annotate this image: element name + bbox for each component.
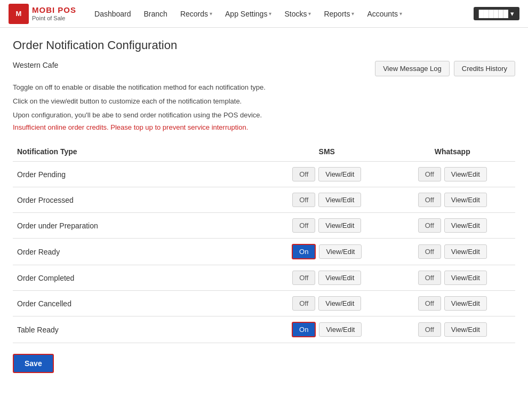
desc3: Upon configuration, you'll be abe to sen… [13, 109, 515, 121]
whatsapp-toggle-button[interactable]: Off [418, 271, 441, 285]
whatsapp-cell: OffView/Edit [390, 239, 516, 265]
whatsapp-cell: OffView/Edit [390, 213, 516, 239]
whatsapp-view-edit-button[interactable]: View/Edit [444, 218, 487, 233]
table-row: Order ProcessedOffView/EditOffView/Edit [13, 187, 515, 213]
brand-logo: M [9, 4, 29, 24]
top-bar: Western Cafe View Message Log Credits Hi… [13, 61, 515, 76]
whatsapp-toggle-button[interactable]: Off [418, 244, 441, 259]
sms-toggle-button[interactable]: Off [292, 167, 315, 181]
nav-reports[interactable]: Reports ▾ [318, 6, 359, 21]
nav-dashboard[interactable]: Dashboard [89, 6, 137, 21]
brand-text: MOBI POS Point of Sale [32, 5, 76, 22]
sms-toggle-group: OffView/Edit [268, 218, 386, 233]
table-row: Order CompletedOffView/EditOffView/Edit [13, 265, 515, 291]
sms-cell: OffView/Edit [264, 213, 390, 239]
whatsapp-view-edit-button[interactable]: View/Edit [444, 193, 487, 207]
brand-tagline: Point of Sale [32, 15, 76, 22]
sms-view-edit-button[interactable]: View/Edit [318, 167, 361, 181]
whatsapp-view-edit-button[interactable]: View/Edit [444, 296, 487, 311]
notification-type-cell: Order Ready [13, 239, 264, 265]
whatsapp-toggle-group: OffView/Edit [394, 167, 511, 181]
whatsapp-toggle-group: OffView/Edit [394, 322, 511, 337]
accounts-arrow: ▾ [399, 11, 402, 17]
whatsapp-toggle-button[interactable]: Off [418, 322, 441, 337]
notification-type-cell: Order Pending [13, 162, 264, 187]
sms-toggle-button[interactable]: Off [292, 218, 315, 233]
sms-cell: OffView/Edit [264, 265, 390, 291]
whatsapp-cell: OffView/Edit [390, 316, 516, 343]
notification-type-cell: Order Processed [13, 187, 264, 213]
whatsapp-cell: OffView/Edit [390, 162, 516, 187]
table-row: Table ReadyOnView/EditOffView/Edit [13, 316, 515, 343]
sms-toggle-button[interactable]: On [292, 244, 316, 259]
app-settings-arrow: ▾ [269, 11, 271, 17]
sms-toggle-group: OffView/Edit [268, 296, 386, 311]
sms-view-edit-button[interactable]: View/Edit [318, 271, 361, 285]
whatsapp-toggle-group: OffView/Edit [394, 244, 511, 259]
notification-type-cell: Order Completed [13, 265, 264, 291]
whatsapp-cell: OffView/Edit [390, 291, 516, 316]
sms-cell: OffView/Edit [264, 162, 390, 187]
reports-arrow: ▾ [351, 11, 354, 17]
sms-toggle-button[interactable]: Off [292, 193, 315, 207]
desc2: Click on the view/edit button to customi… [13, 96, 515, 107]
notification-type-cell: Order Cancelled [13, 291, 264, 316]
table-row: Order ReadyOnView/EditOffView/Edit [13, 239, 515, 265]
table-row: Order under PreparationOffView/EditOffVi… [13, 213, 515, 239]
main-content: Order Notification Configuration Western… [0, 28, 528, 384]
whatsapp-toggle-button[interactable]: Off [418, 296, 441, 311]
notification-table: Notification Type SMS Whatsapp Order Pen… [13, 142, 515, 343]
sms-cell: OnView/Edit [264, 316, 390, 343]
credits-history-button[interactable]: Credits History [454, 61, 515, 76]
whatsapp-cell: OffView/Edit [390, 187, 516, 213]
records-arrow: ▾ [210, 11, 212, 17]
sms-view-edit-button[interactable]: View/Edit [318, 193, 361, 207]
sms-toggle-group: OnView/Edit [268, 244, 386, 259]
col-header-sms: SMS [264, 142, 390, 162]
sms-toggle-group: OnView/Edit [268, 322, 386, 337]
sms-toggle-group: OffView/Edit [268, 271, 386, 285]
navbar: M MOBI POS Point of Sale Dashboard Branc… [0, 0, 528, 28]
whatsapp-toggle-button[interactable]: Off [418, 193, 441, 207]
whatsapp-toggle-button[interactable]: Off [418, 218, 441, 233]
sms-toggle-button[interactable]: On [292, 322, 316, 337]
whatsapp-toggle-group: OffView/Edit [394, 271, 511, 285]
nav-app-settings[interactable]: App Settings ▾ [220, 6, 277, 21]
top-buttons: View Message Log Credits History [375, 61, 515, 76]
nav-links: Dashboard Branch Records ▾ App Settings … [89, 6, 474, 21]
desc1: Toggle on off to enable or disable the n… [13, 82, 515, 93]
nav-accounts[interactable]: Accounts ▾ [362, 6, 407, 21]
brand: M MOBI POS Point of Sale [9, 4, 76, 24]
sms-cell: OffView/Edit [264, 291, 390, 316]
nav-branch[interactable]: Branch [139, 6, 173, 21]
sms-cell: OffView/Edit [264, 187, 390, 213]
save-button[interactable]: Save [13, 354, 54, 373]
sms-view-edit-button[interactable]: View/Edit [318, 218, 361, 233]
whatsapp-cell: OffView/Edit [390, 265, 516, 291]
sms-toggle-group: OffView/Edit [268, 193, 386, 207]
whatsapp-toggle-group: OffView/Edit [394, 218, 511, 233]
nav-records[interactable]: Records ▾ [175, 6, 218, 21]
nav-stocks[interactable]: Stocks ▾ [279, 6, 316, 21]
whatsapp-toggle-button[interactable]: Off [418, 167, 441, 181]
save-section: Save [13, 354, 515, 373]
stocks-arrow: ▾ [308, 11, 311, 17]
sms-view-edit-button[interactable]: View/Edit [318, 296, 361, 311]
nav-user[interactable]: ██████ ▾ [474, 7, 519, 20]
warning-text: Insufficient online order credits. Pleas… [13, 123, 515, 131]
sms-cell: OnView/Edit [264, 239, 390, 265]
sms-toggle-button[interactable]: Off [292, 296, 315, 311]
col-header-type: Notification Type [13, 142, 264, 162]
whatsapp-view-edit-button[interactable]: View/Edit [444, 244, 487, 259]
brand-name: MOBI POS [32, 5, 76, 15]
sms-view-edit-button[interactable]: View/Edit [319, 322, 362, 337]
table-row: Order PendingOffView/EditOffView/Edit [13, 162, 515, 187]
sms-toggle-button[interactable]: Off [292, 271, 315, 285]
whatsapp-view-edit-button[interactable]: View/Edit [444, 167, 487, 181]
notification-type-cell: Table Ready [13, 316, 264, 343]
whatsapp-view-edit-button[interactable]: View/Edit [444, 271, 487, 285]
page-title: Order Notification Configuration [13, 38, 515, 52]
sms-view-edit-button[interactable]: View/Edit [319, 244, 362, 259]
view-message-log-button[interactable]: View Message Log [375, 61, 450, 76]
whatsapp-view-edit-button[interactable]: View/Edit [444, 322, 487, 337]
